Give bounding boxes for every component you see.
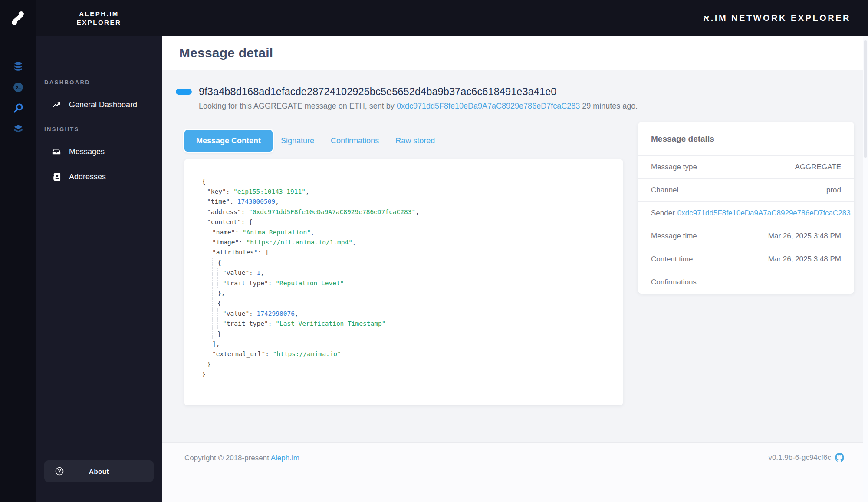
sidebar-item-general-dashboard[interactable]: General Dashboard [36,97,162,112]
about-label: About [64,468,134,475]
subtitle-prefix: Looking for this AGGREGATE message on ET… [199,102,397,110]
topbar: ALEPH.IM EXPLORER א.IM NETWORK EXPLORER [0,0,868,36]
github-icon[interactable] [835,453,844,462]
sidebar-item-label: General Dashboard [69,100,137,109]
scrollbar-track[interactable] [863,36,868,502]
code-line: { [202,258,605,268]
sidebar-item-label: Addresses [69,172,106,182]
message-details-card: Message details Message type AGGREGATE C… [638,122,854,294]
code-line: "trait_type": "Reputation Level" [202,278,605,288]
tab-message-content[interactable]: Message Content [184,130,273,152]
sender-address-link[interactable]: 0xdc971dd5F8fe10eDa9A7aC8929e786eD7fcaC2… [397,102,580,110]
tab-confirmations[interactable]: Confirmations [322,130,387,152]
sender-address-link[interactable]: 0xdc971dd5F8fe10eDa9A7aC8929e786eD7fcaC2… [677,209,851,218]
sidebar-section-dashboard: DASHBOARD [44,79,90,86]
tab-signature[interactable]: Signature [273,130,322,152]
code-line: "address": "0xdc971dd5F8fe10eDa9A7aC8929… [202,207,605,217]
scrollbar-thumb[interactable] [864,40,867,158]
code-line: "image": "https://nft.anima.io/1.mp4", [202,237,605,247]
detail-row-message-type: Message type AGGREGATE [638,155,854,178]
message-subtitle: Looking for this AGGREGATE message on ET… [199,102,868,111]
code-line: }, [202,288,605,298]
sidebar-section-insights: INSIGHTS [44,126,79,132]
detail-row-sender: Sender 0xdc971dd5F8fe10eDa9A7aC8929e786e… [638,201,854,225]
content-area: 9f3a4b8d168ad1efacde28724102925bc5e5652d… [162,70,868,442]
code-line: { [202,176,605,186]
code-line: "value": 1742998076, [202,308,605,318]
code-line: ], [202,339,605,349]
code-line: } [202,329,605,339]
copyright: Copyright © 2018-present Aleph.im [184,454,299,462]
main-area: Message detail 9f3a4b8d168ad1efacde28724… [162,36,868,502]
search-icon[interactable] [13,102,24,114]
code-line: } [202,369,605,379]
detail-row-message-time: Message time Mar 26, 2025 3:48 PM [638,225,854,248]
address-book-icon [52,172,61,182]
message-type-pill-icon [176,89,192,95]
chart-line-icon [52,100,61,109]
terminal-icon[interactable] [13,82,24,93]
sidebar-item-label: Messages [69,147,105,156]
question-circle-icon [55,466,64,476]
brand-line1: ALEPH.IM [79,10,119,18]
subtitle-suffix: 29 minutes ago. [580,102,638,110]
tab-raw-stored[interactable]: Raw stored [387,130,443,152]
detail-row-content-time: Content time Mar 26, 2025 3:48 PM [638,248,854,271]
code-line: { [202,298,605,308]
page-header: Message detail [162,36,868,70]
about-button[interactable]: About [44,460,154,482]
sidebar: DASHBOARD General Dashboard INSIGHTS Mes… [36,36,162,502]
aleph-im-link[interactable]: Aleph.im [271,454,299,462]
code-line: "value": 1, [202,268,605,278]
icon-rail [0,0,36,502]
detail-row-confirmations: Confirmations [638,271,854,294]
database-icon[interactable] [13,61,24,72]
aleph-logo [9,9,27,27]
brand-line2: EXPLORER [77,18,122,27]
code-line: "key": "eip155:10143-1911", [202,186,605,196]
code-line: "trait_type": "Last Verification Timesta… [202,318,605,328]
message-hash: 9f3a4b8d168ad1efacde28724102925bc5e5652d… [199,86,557,98]
code-line: } [202,359,605,369]
code-line: "time": 1743000509, [202,197,605,207]
page-title: Message detail [179,46,273,60]
sidebar-item-addresses[interactable]: Addresses [36,169,162,185]
code-line: "attributes": [ [202,248,605,258]
version-label: v0.1.9b-6-gc94cf6c [768,453,831,462]
network-explorer-title: א.IM NETWORK EXPLORER [704,0,851,36]
code-line: "content": { [202,217,605,227]
footer: Copyright © 2018-present Aleph.im v0.1.9… [162,442,868,502]
detail-row-channel: Channel prod [638,178,854,201]
layers-icon[interactable] [13,123,24,135]
json-code: {"key": "eip155:10143-1911","time": 1743… [202,176,605,380]
message-content-card: {"key": "eip155:10143-1911","time": 1743… [184,159,623,405]
message-hash-row: 9f3a4b8d168ad1efacde28724102925bc5e5652d… [176,86,868,98]
sidebar-item-messages[interactable]: Messages [36,144,162,159]
inbox-icon [52,147,61,156]
details-title: Message details [638,122,854,155]
brand: ALEPH.IM EXPLORER [36,0,162,36]
code-line: "name": "Anima Reputation", [202,227,605,237]
tabs: Message ContentSignatureConfirmationsRaw… [184,130,623,152]
code-line: "external_url": "https://anima.io" [202,349,605,359]
